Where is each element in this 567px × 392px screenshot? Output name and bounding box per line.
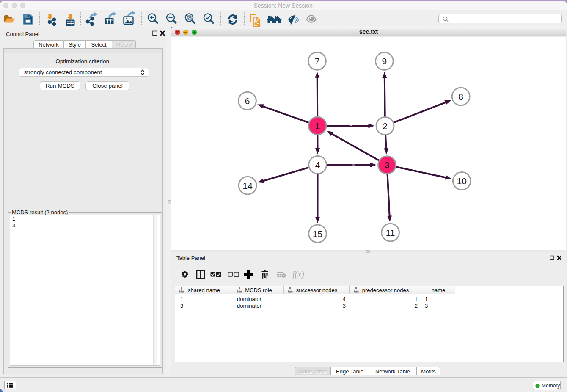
svg-text:3: 3 <box>385 160 390 170</box>
svg-text:8: 8 <box>458 92 463 102</box>
svg-text:10: 10 <box>457 176 467 186</box>
svg-text:4: 4 <box>315 160 320 170</box>
svg-text:1: 1 <box>315 121 320 131</box>
svg-text:11: 11 <box>386 228 395 237</box>
svg-text:14: 14 <box>243 181 253 190</box>
svg-text:9: 9 <box>382 56 387 66</box>
svg-text:7: 7 <box>315 56 320 66</box>
svg-text:2: 2 <box>383 121 388 131</box>
svg-text:15: 15 <box>313 229 322 239</box>
svg-text:f(x): f(x) <box>292 270 304 279</box>
svg-text:6: 6 <box>245 96 250 106</box>
